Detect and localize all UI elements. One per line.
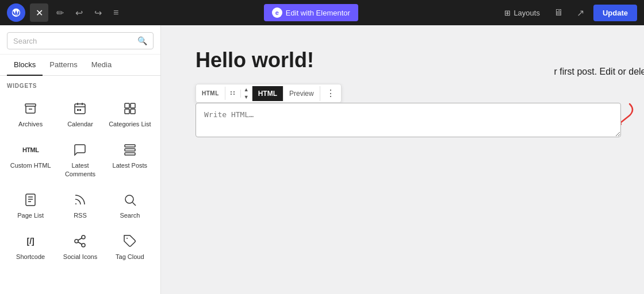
page-list-icon [22,192,39,208]
redo-icon: ↪ [94,7,102,18]
archives-label: Archives [18,120,43,128]
block-more-button[interactable]: ⋮ [320,84,341,102]
svg-rect-2 [75,104,85,114]
inline-text: r first post. Edit or delete it, then st… [554,67,644,77]
svg-line-25 [78,242,82,245]
block-tab-preview[interactable]: Preview [283,86,320,101]
categories-list-icon [122,100,138,117]
widget-social-icons[interactable]: Social Icons [56,227,103,266]
svg-point-30 [233,91,235,92]
pen-button[interactable]: ✏ [53,5,67,21]
blocks-wrapper: HTML ▲ ▼ HTML Preview ⋮ r first post. Ed… [195,84,621,140]
svg-point-29 [231,93,232,94]
svg-point-19 [75,203,76,204]
svg-rect-6 [77,109,79,111]
block-tab-html[interactable]: HTML [252,86,283,101]
close-button[interactable]: ✕ [30,3,48,22]
redo-button[interactable]: ↪ [91,5,105,21]
top-toolbar: ✕ ✏ ↩ ↪ ≡ e Edit with Elementor ⊞ Layout… [0,0,644,25]
pen-icon: ✏ [56,7,64,18]
search-input[interactable] [13,37,133,45]
elementor-label: Edit with Elementor [286,9,350,17]
svg-rect-15 [26,194,35,206]
svg-point-20 [125,195,133,203]
svg-point-23 [75,239,78,243]
latest-comments-label: Latest Comments [59,161,101,178]
shortcode-icon: [/] [22,233,39,249]
shortcode-label: Shortcode [16,253,45,261]
widget-search[interactable]: Search [106,186,154,225]
svg-rect-9 [131,103,135,108]
elementor-icon: e [272,7,282,18]
tab-media[interactable]: Media [85,55,118,76]
update-label: Update [603,9,628,17]
widget-latest-posts[interactable]: Latest Posts [106,136,154,184]
page-list-label: Page List [17,211,44,219]
widget-archives[interactable]: Archives [7,95,54,134]
undo-button[interactable]: ↩ [72,5,86,21]
svg-rect-11 [131,109,135,114]
social-icons-label: Social Icons [63,253,97,261]
latest-posts-label: Latest Posts [113,161,148,169]
widget-tag-cloud[interactable]: Tag Cloud [106,227,154,266]
arrow-down-button[interactable]: ▼ [241,94,252,101]
main-layout: 🔍 Blocks Patterns Media WIDGETS [0,25,644,294]
html-editor-block [195,103,621,140]
section-label: WIDGETS [7,83,154,89]
external-link-icon: ↗ [577,8,584,18]
page-title: Hello world! [195,48,610,72]
svg-line-26 [78,238,82,241]
svg-point-24 [82,243,85,247]
menu-button[interactable]: ≡ [110,5,122,20]
tag-cloud-label: Tag Cloud [116,253,144,261]
arrow-up-button[interactable]: ▲ [241,86,252,94]
layouts-button[interactable]: ⊞ Layouts [500,6,545,20]
svg-rect-0 [25,104,36,106]
monitor-icon: 🖥 [554,7,563,17]
svg-rect-13 [125,149,135,151]
widget-page-list[interactable]: Page List [7,186,54,225]
calendar-label: Calendar [67,120,93,128]
svg-rect-12 [125,145,135,147]
calendar-icon [72,100,88,117]
sidebar: 🔍 Blocks Patterns Media WIDGETS [0,25,161,294]
svg-point-22 [82,235,85,239]
archives-icon [22,100,39,117]
widget-categories-list[interactable]: Categories List [106,95,154,134]
widget-search-icon [122,192,138,208]
search-input-wrap: 🔍 [7,32,154,49]
search-bar: 🔍 [0,25,160,55]
monitor-button[interactable]: 🖥 [549,5,568,20]
widget-calendar[interactable]: Calendar [56,95,103,134]
update-button[interactable]: Update [593,5,637,21]
svg-rect-8 [125,103,129,108]
layouts-icon: ⊞ [504,9,511,17]
tab-blocks[interactable]: Blocks [7,55,43,76]
html-editor-textarea[interactable] [195,103,621,137]
block-drag-handle[interactable] [225,90,241,98]
svg-rect-10 [125,109,129,114]
layouts-label: Layouts [513,9,540,17]
search-icon: 🔍 [137,36,147,45]
widget-shortcode[interactable]: [/] Shortcode [7,227,54,266]
rss-icon [72,192,88,208]
wp-logo[interactable] [7,3,25,22]
tabs-row: Blocks Patterns Media [0,55,160,76]
latest-comments-icon [72,142,88,158]
external-link-button[interactable]: ↗ [572,5,589,21]
widgets-grid: Archives Calendar [7,95,154,266]
svg-point-31 [233,93,235,94]
widget-latest-comments[interactable]: Latest Comments [56,136,103,184]
svg-rect-14 [125,153,135,155]
block-arrows: ▲ ▼ [241,86,252,101]
tab-patterns[interactable]: Patterns [43,55,84,76]
toolbar-right: ⊞ Layouts 🖥 ↗ Update [500,5,637,21]
edit-with-elementor-button[interactable]: e Edit with Elementor [264,4,358,21]
close-icon: ✕ [36,7,43,18]
widget-rss[interactable]: RSS [56,186,103,225]
undo-icon: ↩ [75,7,83,18]
custom-html-icon: HTML [22,142,39,158]
block-html-tag: HTML [196,87,225,100]
widget-custom-html[interactable]: HTML Custom HTML [7,136,54,184]
categories-list-label: Categories List [109,120,151,128]
